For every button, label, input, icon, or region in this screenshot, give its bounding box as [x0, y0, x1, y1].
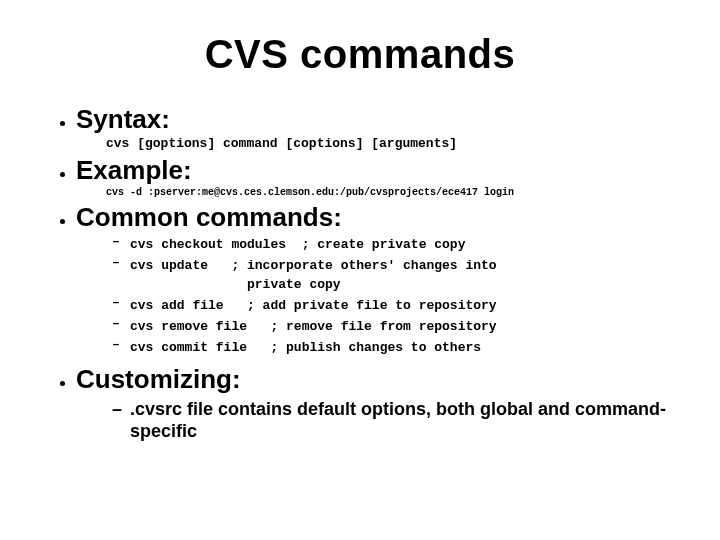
cmd-text: cvs checkout modules ; create private co…	[130, 237, 465, 252]
cmd-add: cvs add file ; add private file to repos…	[112, 295, 672, 315]
common-label: Common commands:	[76, 202, 342, 232]
cmd-checkout: cvs checkout modules ; create private co…	[112, 234, 672, 254]
bullet-syntax: Syntax: cvs [goptions] command [coptions…	[76, 105, 672, 152]
customizing-label: Customizing:	[76, 364, 241, 394]
example-line: cvs -d :pserver:me@cvs.ces.clemson.edu:/…	[106, 187, 672, 199]
customizing-sub-item: .cvsrc file contains default options, bo…	[112, 398, 672, 443]
common-commands-list: cvs checkout modules ; create private co…	[112, 234, 672, 357]
bullet-example: Example: cvs -d :pserver:me@cvs.ces.clem…	[76, 156, 672, 199]
cmd-text: cvs update ; incorporate others' changes…	[130, 258, 497, 293]
example-label: Example:	[76, 155, 192, 185]
slide: CVS commands Syntax: cvs [goptions] comm…	[0, 0, 720, 540]
cmd-remove: cvs remove file ; remove file from repos…	[112, 316, 672, 336]
cmd-commit: cvs commit file ; publish changes to oth…	[112, 337, 672, 357]
cmd-text: cvs commit file ; publish changes to oth…	[130, 340, 481, 355]
bullet-customizing: Customizing: .cvsrc file contains defaul…	[76, 365, 672, 443]
cmd-text: cvs add file ; add private file to repos…	[130, 298, 497, 313]
syntax-line: cvs [goptions] command [coptions] [argum…	[106, 136, 672, 153]
bullet-common: Common commands: cvs checkout modules ; …	[76, 203, 672, 357]
cmd-text: cvs remove file ; remove file from repos…	[130, 319, 497, 334]
cmd-update: cvs update ; incorporate others' changes…	[112, 255, 672, 295]
syntax-label: Syntax:	[76, 104, 170, 134]
bullet-list: Syntax: cvs [goptions] command [coptions…	[48, 105, 672, 443]
slide-title: CVS commands	[48, 32, 672, 77]
customizing-sub-list: .cvsrc file contains default options, bo…	[112, 398, 672, 443]
